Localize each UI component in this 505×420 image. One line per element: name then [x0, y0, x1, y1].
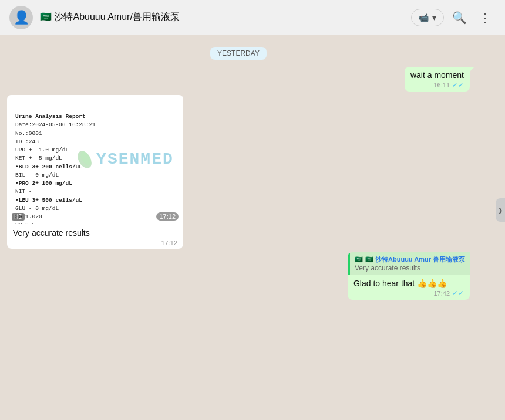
message-bubble: wait a moment 16:11 ✓✓: [405, 67, 470, 92]
reply-message-bubble: 🇸🇦 🇸🇦 沙特Abuuuu Amur 兽用输液泵 Very accurate …: [348, 252, 470, 300]
caption-meta: 17:12: [13, 239, 177, 246]
message-meta: 16:11 ✓✓: [410, 81, 464, 89]
receipt-glu: GLU - 0 mg/dL: [15, 205, 175, 213]
reply-quote-text: Very accurate results: [355, 264, 465, 272]
caption-text: Very accurate results: [13, 228, 90, 238]
receipt-pro: •PRO 2+ 100 mg/dL: [15, 179, 175, 188]
video-icon: 📹: [419, 13, 429, 22]
receipt-no: No.:0001: [15, 130, 175, 138]
logo-leaf-svg: [74, 149, 95, 170]
logo-text: YSENMED: [96, 147, 174, 172]
message-time: 16:11: [433, 82, 450, 89]
reply-flag-icon: 🇸🇦: [355, 256, 363, 263]
search-icon: 🔍: [452, 11, 467, 25]
reply-quote: 🇸🇦 🇸🇦 沙特Abuuuu Amur 兽用输液泵 Very accurate …: [348, 252, 470, 275]
contact-avatar[interactable]: 👤: [9, 6, 33, 29]
contact-name[interactable]: 🇸🇦 沙特Abuuuu Amur/兽用输液泵: [40, 11, 411, 23]
more-icon: ⋮: [479, 11, 491, 25]
reply-sender: 🇸🇦 🇸🇦 沙特Abuuuu Amur 兽用输液泵: [355, 255, 465, 264]
chat-area: YESTERDAY wait a moment 16:11 ✓✓ 🤚 Urine…: [0, 35, 505, 420]
receipt-id: ID :243: [15, 138, 175, 146]
dropdown-icon: ▾: [432, 13, 436, 22]
flag-icon: 🇸🇦: [40, 12, 52, 22]
receipt-title: Urine Analysis Report: [15, 113, 175, 121]
receipt-nit: NIT -: [15, 188, 175, 196]
receipt-content: Urine Analysis Report Date:2024-05-06 16…: [7, 95, 183, 224]
message-out-reply: 🇸🇦 🇸🇦 沙特Abuuuu Amur 兽用输液泵 Very accurate …: [7, 252, 470, 300]
read-ticks: ✓✓: [452, 81, 464, 89]
search-button[interactable]: 🔍: [449, 7, 470, 28]
receipt-sg: SG 1.020: [15, 213, 175, 221]
reply-time: 17:42: [433, 290, 450, 297]
more-options-button[interactable]: ⋮: [474, 7, 496, 28]
expand-handle[interactable]: ❯: [496, 198, 505, 222]
hd-badge: HD: [12, 213, 25, 221]
reply-content: Glad to hear that 👍👍👍 17:42 ✓✓: [348, 275, 470, 300]
image-bubble[interactable]: 🤚 Urine Analysis Report Date:2024-05-06 …: [7, 95, 183, 249]
reply-meta: 17:42 ✓✓: [354, 289, 464, 297]
date-separator: YESTERDAY: [7, 47, 470, 60]
image-caption: Very accurate results 17:12: [7, 224, 183, 249]
message-out-1: wait a moment 16:11 ✓✓: [7, 67, 470, 92]
logo-container: YSENMED: [74, 147, 174, 172]
image-time: 17:12: [156, 212, 179, 221]
video-call-button[interactable]: 📹 ▾: [411, 9, 444, 26]
receipt-ph: PH 6.5: [15, 221, 175, 224]
image-container[interactable]: 🤚 Urine Analysis Report Date:2024-05-06 …: [7, 95, 183, 224]
person-icon: 👤: [14, 10, 29, 25]
receipt-leu: •LEU 3+ 500 cells/uL: [15, 197, 175, 205]
reply-ticks: ✓✓: [452, 289, 464, 297]
header-actions: 📹 ▾ 🔍 ⋮: [411, 7, 496, 28]
caption-time: 17:12: [161, 239, 177, 246]
logo-overlay: YSENMED: [74, 147, 174, 172]
message-in-image: 🤚 Urine Analysis Report Date:2024-05-06 …: [7, 95, 470, 249]
chat-header: 👤 🇸🇦 沙特Abuuuu Amur/兽用输液泵 📹 ▾ 🔍 ⋮: [0, 0, 505, 35]
message-text: wait a moment: [410, 70, 464, 80]
receipt-date: Date:2024-05-06 16:28:21: [15, 121, 175, 129]
chevron-right-icon: ❯: [498, 207, 503, 214]
reply-text: Glad to hear that 👍👍👍: [354, 279, 464, 288]
receipt-bil: BIL - 0 mg/dL: [15, 171, 175, 179]
